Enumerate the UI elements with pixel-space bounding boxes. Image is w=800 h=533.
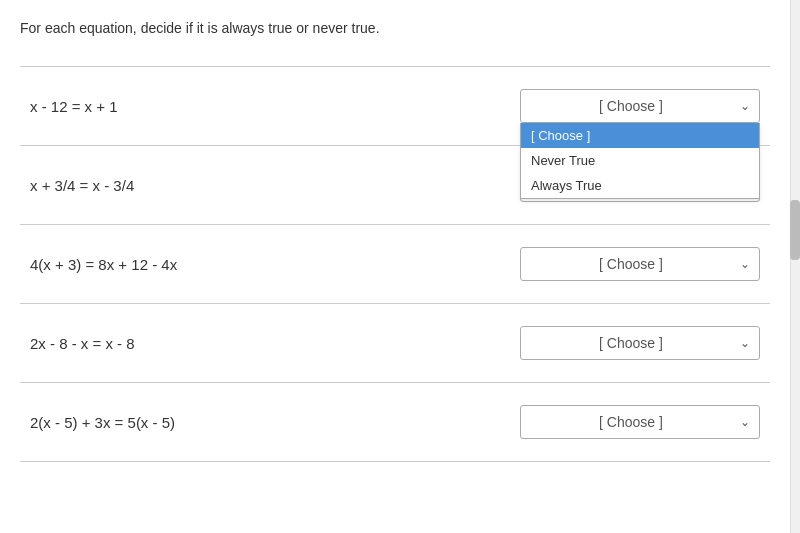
scrollbar-thumb[interactable]: [790, 200, 800, 260]
equation-row-4: 2x - 8 - x = x - 8 [ Choose ] Never True…: [20, 304, 770, 383]
select-wrapper-5: [ Choose ] Never True Always True ⌄: [520, 405, 760, 439]
select-wrapper-1: [ Choose ] Never True Always True ⌄ [ Ch…: [520, 89, 760, 123]
instruction-text: For each equation, decide if it is alway…: [20, 20, 770, 46]
equation-text-3: 4(x + 3) = 8x + 12 - 4x: [30, 256, 520, 273]
dropdown-menu-1: [ Choose ] Never True Always True: [520, 123, 760, 199]
choose-select-3[interactable]: [ Choose ] Never True Always True: [520, 247, 760, 281]
equation-text-2: x + 3/4 = x - 3/4: [30, 177, 520, 194]
equation-text-5: 2(x - 5) + 3x = 5(x - 5): [30, 414, 520, 431]
equation-text-1: x - 12 = x + 1: [30, 98, 520, 115]
equation-text-4: 2x - 8 - x = x - 8: [30, 335, 520, 352]
dropdown-option-always-1[interactable]: Always True: [521, 173, 759, 198]
select-wrapper-3: [ Choose ] Never True Always True ⌄: [520, 247, 760, 281]
choose-select-1[interactable]: [ Choose ] Never True Always True: [520, 89, 760, 123]
equation-row-3: 4(x + 3) = 8x + 12 - 4x [ Choose ] Never…: [20, 225, 770, 304]
choose-select-4[interactable]: [ Choose ] Never True Always True: [520, 326, 760, 360]
equation-row-5: 2(x - 5) + 3x = 5(x - 5) [ Choose ] Neve…: [20, 383, 770, 462]
equation-row-1: x - 12 = x + 1 [ Choose ] Never True Alw…: [20, 67, 770, 146]
dropdown-option-choose-1[interactable]: [ Choose ]: [521, 123, 759, 148]
scrollbar[interactable]: [790, 0, 800, 533]
select-wrapper-4: [ Choose ] Never True Always True ⌄: [520, 326, 760, 360]
choose-select-5[interactable]: [ Choose ] Never True Always True: [520, 405, 760, 439]
dropdown-option-never-1[interactable]: Never True: [521, 148, 759, 173]
